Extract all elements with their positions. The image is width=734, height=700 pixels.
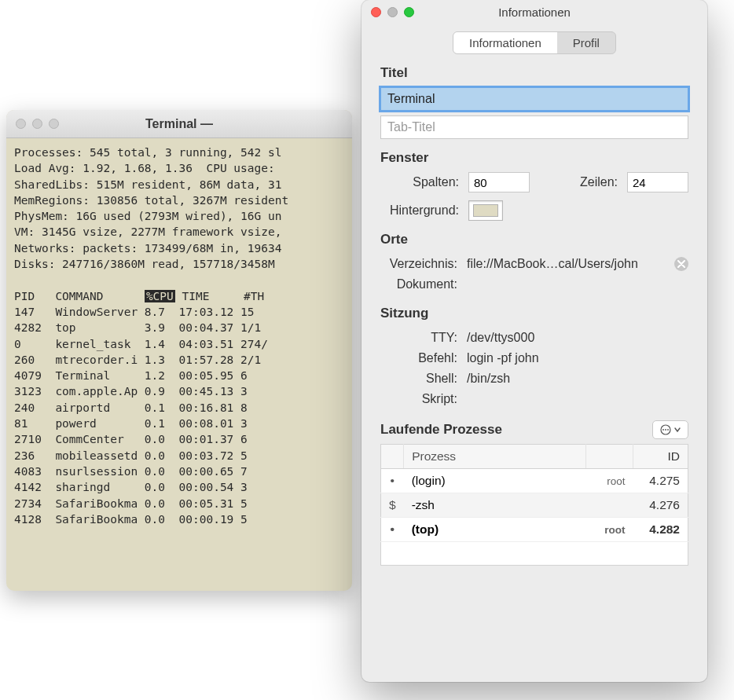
section-title-prozesse: Laufende Prozesse: [380, 422, 502, 438]
col-id[interactable]: ID: [633, 445, 688, 469]
process-name: (login): [404, 469, 586, 493]
background-swatch-icon: [473, 204, 498, 217]
process-user: root: [586, 469, 633, 493]
tab-profil[interactable]: Profil: [557, 32, 615, 53]
inspector-titlebar: Informationen: [361, 0, 707, 24]
svg-point-1: [662, 429, 664, 431]
directory-value: file://MacBook…cal/Users/john: [467, 257, 674, 271]
clear-directory-button[interactable]: [674, 257, 688, 271]
command-label: Befehl:: [380, 351, 467, 365]
rows-input[interactable]: [627, 172, 688, 192]
process-id: 4.275: [633, 469, 688, 493]
section-title-orte: Orte: [380, 232, 688, 247]
svg-point-2: [665, 429, 666, 431]
inspector-window: Informationen Informationen Profil Titel…: [361, 0, 707, 682]
terminal-window: Terminal — Processes: 545 total, 3 runni…: [6, 110, 352, 591]
cpu-column-header[interactable]: %CPU: [145, 290, 175, 302]
process-id: 4.276: [633, 493, 688, 518]
col-prozess[interactable]: Prozess: [404, 445, 586, 469]
process-id: 4.282: [633, 518, 688, 542]
processes-table: Prozess ID •(login)root4.275$-zsh4.276•(…: [380, 444, 688, 542]
section-title-sitzung: Sitzung: [380, 306, 688, 321]
table-row[interactable]: •(login)root4.275: [381, 469, 688, 493]
title-input[interactable]: [380, 87, 688, 111]
section-title-fenster: Fenster: [380, 150, 688, 166]
inspector-window-title: Informationen: [361, 5, 707, 19]
tab-title-input[interactable]: [380, 115, 688, 139]
rows-label: Zeilen:: [580, 175, 618, 189]
table-row[interactable]: •(top)root4.282: [381, 518, 688, 542]
process-user: [586, 493, 633, 518]
columns-input[interactable]: [468, 172, 530, 192]
tty-label: TTY:: [380, 331, 467, 345]
process-name: (top): [404, 518, 586, 542]
shell-label: Shell:: [380, 372, 467, 386]
terminal-output[interactable]: Processes: 545 total, 3 running, 542 sl …: [6, 138, 352, 533]
svg-point-3: [667, 429, 669, 431]
shell-value: /bin/zsh: [467, 372, 688, 386]
directory-label: Verzeichnis:: [380, 257, 467, 271]
columns-label: Spalten:: [380, 175, 459, 189]
process-symbol: $: [381, 493, 404, 518]
background-label: Hintergrund:: [380, 203, 459, 218]
process-symbol: •: [381, 469, 404, 493]
ellipsis-circle-icon: [660, 424, 671, 435]
process-actions-menu[interactable]: [652, 420, 688, 439]
process-user: root: [586, 518, 633, 542]
terminal-titlebar: Terminal —: [6, 110, 352, 138]
table-row[interactable]: $-zsh4.276: [381, 493, 688, 518]
document-label: Dokument:: [380, 277, 467, 291]
close-x-icon: [677, 260, 685, 268]
tab-informationen[interactable]: Informationen: [453, 32, 557, 53]
tty-value: /dev/ttys000: [467, 331, 688, 345]
script-label: Skript:: [380, 392, 467, 406]
process-name: -zsh: [404, 493, 586, 518]
background-color-well[interactable]: [468, 200, 503, 221]
section-title-titel: Titel: [380, 65, 688, 81]
terminal-window-title: Terminal —: [6, 117, 352, 131]
inspector-tabs: Informationen Profil: [361, 24, 707, 65]
process-symbol: •: [381, 518, 404, 542]
chevron-down-icon: [674, 427, 681, 433]
command-value: login -pf john: [467, 351, 688, 365]
